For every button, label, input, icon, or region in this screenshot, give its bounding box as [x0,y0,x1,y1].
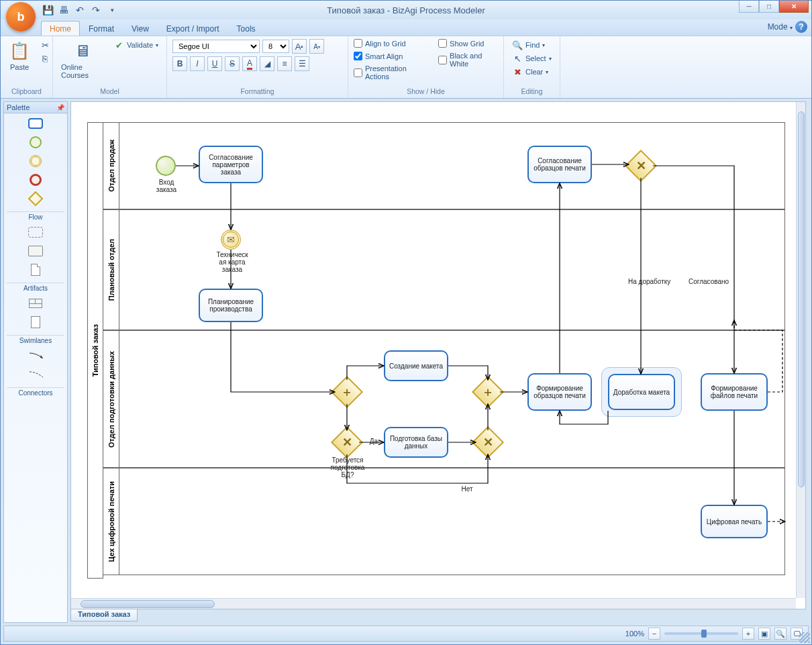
intermediate-message-event[interactable]: ✉ [221,230,241,250]
copy-icon: ⎘ [40,53,50,64]
fillcolor-button[interactable]: ◢ [260,56,274,71]
valign-button[interactable]: ☰ [295,56,309,71]
print-icon[interactable]: 🖶 [57,3,70,17]
undo-icon[interactable]: ↶ [73,3,87,17]
find-button[interactable]: 🔍Find ▾ [509,39,554,51]
resize-grip[interactable] [799,632,810,643]
zoom-region-button[interactable]: 🔍 [774,628,786,640]
task-plan-production[interactable]: Планирование производства [199,289,263,322]
grow-font-button[interactable]: A▴ [292,39,307,54]
bold-button[interactable]: B [172,56,187,71]
group-formatting: Segoe UI 8 A▴ A▾ B I U S A ◢ ≡ ☰ Formatt… [167,36,348,98]
label-rework: На доработку [628,278,682,285]
window-controls: ─ □ ✕ [739,1,809,13]
pal-intermediate-event[interactable] [27,154,44,168]
pal-callactivity[interactable] [27,244,44,258]
cursor-icon: ↖ [512,53,523,64]
bpmn-canvas[interactable]: Типовой заказ Основной процесс Отдел про… [71,102,796,599]
align-grid-check[interactable]: Align to Grid [354,39,426,48]
check-icon: ✔ [113,40,124,50]
pal-section-flow: Flow [7,211,64,221]
tab-tools[interactable]: Tools [228,21,264,36]
pal-dataobject[interactable] [27,262,44,277]
pal-annotation[interactable] [27,315,44,330]
validate-button[interactable]: ✔Validate ▾ [111,39,161,51]
save-icon[interactable]: 💾 [41,3,54,17]
task-form-print-files[interactable]: Формирование файлов печати [701,373,768,411]
close-button[interactable]: ✕ [779,1,809,13]
pal-task[interactable] [27,116,44,131]
fontsize-select[interactable]: 8 [262,40,289,53]
sheet-tab[interactable]: Типовой заказ [70,609,138,622]
italic-button[interactable]: I [190,56,205,71]
pool-title[interactable]: Типовой заказ [87,122,103,579]
clear-button[interactable]: ✖Clear ▾ [509,66,554,78]
font-select[interactable]: Segoe UI [172,40,260,53]
help-icon[interactable]: ? [795,21,807,33]
presentation-check[interactable]: Presentation Actions [354,64,426,81]
show-grid-check[interactable]: Show Grid [438,39,498,48]
start-event[interactable] [156,156,176,176]
zoom-in-button[interactable]: + [742,628,754,640]
canvas-scroll[interactable]: Типовой заказ Основной процесс Отдел про… [71,102,805,609]
ribbon: 📋 Paste ✂ ⎘ Clipboard 🖥 Online Courses ✔… [1,36,811,99]
zoom-label: 100% [625,630,644,638]
zoom-slider[interactable] [664,632,738,635]
copy-button[interactable]: ⎘ [37,52,53,64]
task-rework-layout[interactable]: Доработка макета [608,374,675,410]
tab-home[interactable]: Home [41,21,80,36]
pal-gateway[interactable] [27,191,44,206]
zoom-out-button[interactable]: − [648,628,660,640]
ribbon-tabs: Home Format View Export / Import Tools M… [1,19,811,36]
label-yes: Да [364,438,384,445]
pin-icon[interactable]: 📌 [56,104,64,111]
binoculars-icon: 🔍 [512,40,523,50]
bw-check[interactable]: Black and White [438,52,498,68]
online-courses-button[interactable]: 🖥 Online Courses [58,39,107,81]
redo-icon[interactable]: ↷ [89,3,103,17]
pal-message-flow[interactable] [27,367,44,382]
minimize-button[interactable]: ─ [739,1,759,13]
mode-menu[interactable]: Mode ▾ [768,22,793,32]
align-button[interactable]: ≡ [277,56,292,71]
app-window: b 💾 🖶 ↶ ↷ ▾ Типовой заказ - BizAgi Proce… [0,0,812,645]
task-digital-print[interactable]: Цифровая печать [701,505,768,538]
tab-view[interactable]: View [123,21,158,36]
app-menu-orb[interactable]: b [6,2,36,32]
start-event-label: Вход заказа [146,179,187,193]
task-create-layout[interactable]: Создание макета [384,350,448,381]
palette-title: Palette 📌 [4,102,67,113]
task-form-samples[interactable]: Формирование образцов печати [527,373,592,411]
task-agree-params[interactable]: Согласование параметров заказа [199,146,263,183]
cut-button[interactable]: ✂ [37,39,53,51]
paste-button[interactable]: 📋 Paste [6,39,33,72]
select-button[interactable]: ↖Select ▾ [509,52,554,64]
fit-page-button[interactable]: ▣ [758,628,770,640]
pal-sequence-flow[interactable] [27,348,44,363]
x-icon: ✖ [512,66,523,77]
qat-dropdown-icon[interactable]: ▾ [105,3,119,17]
fontcolor-button[interactable]: A [242,56,257,71]
msg-event-label: Техническ ая карта заказа [205,251,259,273]
pal-group-box[interactable] [27,296,44,311]
tab-format[interactable]: Format [80,21,123,36]
maximize-button[interactable]: □ [759,1,779,13]
shrink-font-button[interactable]: A▾ [309,39,324,54]
pal-subprocess[interactable] [27,225,44,240]
horizontal-scrollbar[interactable] [71,598,796,609]
pal-end-event[interactable] [27,172,44,187]
pal-section-connectors: Connectors [7,387,64,397]
smart-align-check[interactable]: Smart Align [354,52,426,60]
task-prepare-db[interactable]: Подготовка базы данных [384,427,448,458]
quick-access-toolbar: 💾 🖶 ↶ ↷ ▾ [41,3,119,17]
lane-4[interactable]: Цех цифровой печати [103,468,785,575]
pal-start-event[interactable] [27,135,44,150]
task-agree-samples[interactable]: Согласование образцов печати [527,146,592,183]
group-showhide: Align to Grid Smart Align Presentation A… [348,36,504,98]
tab-export[interactable]: Export / Import [158,21,228,36]
strike-button[interactable]: S [225,56,240,71]
underline-button[interactable]: U [207,56,222,71]
vertical-scrollbar[interactable] [796,102,805,598]
group-editing: 🔍Find ▾ ↖Select ▾ ✖Clear ▾ Editing [504,36,560,98]
canvas-wrap: Типовой заказ Основной процесс Отдел про… [70,101,806,609]
